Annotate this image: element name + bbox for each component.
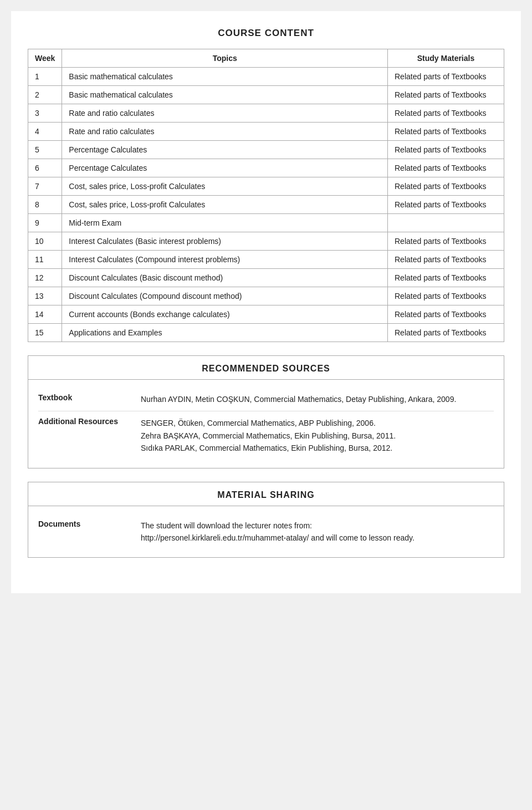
- table-row: 14Current accounts (Bonds exchange calcu…: [28, 305, 504, 324]
- recommended-row: Additional ResourcesSENGER, Ötüken, Comm…: [38, 411, 494, 460]
- table-row: 1Basic mathematical calculatesRelated pa…: [28, 68, 504, 86]
- table-row: 15Applications and ExamplesRelated parts…: [28, 324, 504, 342]
- week-cell: 11: [28, 251, 62, 269]
- material-content: The student will download the lecturer n…: [141, 519, 494, 544]
- materials-cell: Related parts of Textbooks: [388, 196, 504, 214]
- col-week: Week: [28, 49, 62, 68]
- materials-cell: Related parts of Textbooks: [388, 287, 504, 305]
- table-row: 5Percentage CalculatesRelated parts of T…: [28, 141, 504, 159]
- materials-cell: [388, 214, 504, 232]
- recommended-label: Additional Resources: [38, 417, 124, 454]
- recommended-sources-body: TextbookNurhan AYDIN, Metin COŞKUN, Comm…: [28, 380, 504, 468]
- week-cell: 1: [28, 68, 62, 86]
- material-sharing-title: MATERIAL SHARING: [28, 482, 504, 506]
- materials-cell: Related parts of Textbooks: [388, 86, 504, 104]
- table-row: 7Cost, sales price, Loss-profit Calculat…: [28, 177, 504, 196]
- material-label: Documents: [38, 519, 124, 544]
- topic-cell: Basic mathematical calculates: [62, 86, 388, 104]
- materials-cell: Related parts of Textbooks: [388, 251, 504, 269]
- recommended-sources-section: RECOMMENDED SOURCES TextbookNurhan AYDIN…: [28, 355, 504, 468]
- week-cell: 6: [28, 159, 62, 177]
- topic-cell: Basic mathematical calculates: [62, 68, 388, 86]
- week-cell: 5: [28, 141, 62, 159]
- week-cell: 2: [28, 86, 62, 104]
- topic-cell: Percentage Calculates: [62, 141, 388, 159]
- material-sharing-section: MATERIAL SHARING DocumentsThe student wi…: [28, 482, 504, 558]
- table-row: 4Rate and ratio calculatesRelated parts …: [28, 123, 504, 141]
- materials-cell: Related parts of Textbooks: [388, 141, 504, 159]
- topic-cell: Rate and ratio calculates: [62, 104, 388, 123]
- table-row: 13Discount Calculates (Compound discount…: [28, 287, 504, 305]
- materials-cell: Related parts of Textbooks: [388, 68, 504, 86]
- topic-cell: Discount Calculates (Compound discount m…: [62, 287, 388, 305]
- topic-cell: Interest Calculates (Basic interest prob…: [62, 232, 388, 251]
- week-cell: 10: [28, 232, 62, 251]
- topic-cell: Interest Calculates (Compound interest p…: [62, 251, 388, 269]
- topic-cell: Rate and ratio calculates: [62, 123, 388, 141]
- recommended-content: SENGER, Ötüken, Commercial Mathematics, …: [141, 417, 494, 454]
- materials-cell: Related parts of Textbooks: [388, 159, 504, 177]
- week-cell: 9: [28, 214, 62, 232]
- week-cell: 3: [28, 104, 62, 123]
- topic-cell: Current accounts (Bonds exchange calcula…: [62, 305, 388, 324]
- week-cell: 14: [28, 305, 62, 324]
- topic-cell: Cost, sales price, Loss-profit Calculate…: [62, 177, 388, 196]
- page-container: COURSE CONTENT Week Topics Study Materia…: [11, 11, 521, 593]
- topic-cell: Mid-term Exam: [62, 214, 388, 232]
- week-cell: 8: [28, 196, 62, 214]
- week-cell: 7: [28, 177, 62, 196]
- table-row: 11Interest Calculates (Compound interest…: [28, 251, 504, 269]
- material-sharing-body: DocumentsThe student will download the l…: [28, 506, 504, 558]
- recommended-content: Nurhan AYDIN, Metin COŞKUN, Commercial M…: [141, 393, 494, 405]
- week-cell: 12: [28, 269, 62, 287]
- table-row: 9Mid-term Exam: [28, 214, 504, 232]
- table-row: 10Interest Calculates (Basic interest pr…: [28, 232, 504, 251]
- recommended-row: TextbookNurhan AYDIN, Metin COŞKUN, Comm…: [38, 388, 494, 411]
- topic-cell: Discount Calculates (Basic discount meth…: [62, 269, 388, 287]
- col-topics: Topics: [62, 49, 388, 68]
- material-row: DocumentsThe student will download the l…: [38, 514, 494, 550]
- table-row: 8Cost, sales price, Loss-profit Calculat…: [28, 196, 504, 214]
- materials-cell: Related parts of Textbooks: [388, 232, 504, 251]
- materials-cell: Related parts of Textbooks: [388, 104, 504, 123]
- page-title: COURSE CONTENT: [28, 28, 504, 39]
- topic-cell: Cost, sales price, Loss-profit Calculate…: [62, 196, 388, 214]
- table-row: 12Discount Calculates (Basic discount me…: [28, 269, 504, 287]
- materials-cell: Related parts of Textbooks: [388, 305, 504, 324]
- materials-cell: Related parts of Textbooks: [388, 269, 504, 287]
- topic-cell: Percentage Calculates: [62, 159, 388, 177]
- course-table: Week Topics Study Materials 1Basic mathe…: [28, 49, 504, 342]
- recommended-label: Textbook: [38, 393, 124, 405]
- topic-cell: Applications and Examples: [62, 324, 388, 342]
- table-row: 3Rate and ratio calculatesRelated parts …: [28, 104, 504, 123]
- recommended-sources-title: RECOMMENDED SOURCES: [28, 356, 504, 380]
- col-study-materials: Study Materials: [388, 49, 504, 68]
- table-row: 2Basic mathematical calculatesRelated pa…: [28, 86, 504, 104]
- week-cell: 4: [28, 123, 62, 141]
- materials-cell: Related parts of Textbooks: [388, 177, 504, 196]
- materials-cell: Related parts of Textbooks: [388, 324, 504, 342]
- table-row: 6Percentage CalculatesRelated parts of T…: [28, 159, 504, 177]
- week-cell: 13: [28, 287, 62, 305]
- materials-cell: Related parts of Textbooks: [388, 123, 504, 141]
- week-cell: 15: [28, 324, 62, 342]
